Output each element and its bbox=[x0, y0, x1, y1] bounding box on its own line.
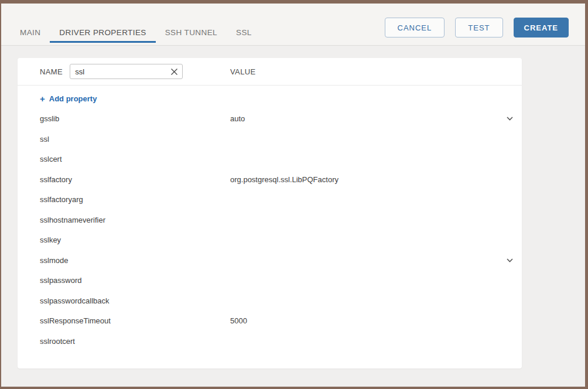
name-filter bbox=[70, 64, 183, 79]
property-value-cell[interactable]: 5000 bbox=[230, 316, 515, 325]
add-property-label: Add property bbox=[49, 94, 97, 103]
property-row: sslhostnameverifier bbox=[18, 210, 522, 230]
cancel-button[interactable]: CANCEL bbox=[385, 18, 445, 37]
properties-list: + Add property gsslib auto ssl sslcert bbox=[18, 86, 522, 352]
driver-properties-card: NAME VALUE + Add property bbox=[18, 58, 522, 368]
property-row: sslcert bbox=[18, 149, 522, 170]
property-row: gsslib auto bbox=[18, 109, 522, 129]
property-name-cell[interactable]: ssl bbox=[40, 135, 230, 144]
plus-icon: + bbox=[40, 94, 45, 104]
test-button[interactable]: TEST bbox=[455, 18, 502, 37]
property-row: sslResponseTimeout 5000 bbox=[18, 311, 522, 332]
property-row: sslfactoryarg bbox=[18, 190, 522, 210]
value-column-header: VALUE bbox=[230, 67, 256, 76]
tab-driver-properties[interactable]: DRIVER PROPERTIES bbox=[50, 22, 155, 43]
property-row: sslkey bbox=[18, 230, 522, 251]
property-name-cell[interactable]: sslpasswordcallback bbox=[40, 296, 230, 305]
property-row: sslfactory org.postgresql.ssl.LibPQFacto… bbox=[18, 169, 522, 190]
tab-main[interactable]: MAIN bbox=[11, 22, 50, 43]
property-name-cell[interactable]: sslrootcert bbox=[40, 337, 230, 346]
property-name-cell[interactable]: sslkey bbox=[40, 236, 230, 244]
name-column-header: NAME bbox=[40, 67, 63, 76]
chevron-down-icon[interactable] bbox=[504, 255, 515, 265]
property-row: sslpassword bbox=[18, 271, 522, 291]
property-row: ssl bbox=[18, 129, 522, 149]
property-name-cell[interactable]: gsslib bbox=[40, 114, 230, 123]
dialog-actions: CANCEL TEST CREATE bbox=[385, 18, 569, 37]
property-value-cell[interactable]: auto bbox=[230, 114, 504, 123]
property-name-cell[interactable]: sslhostnameverifier bbox=[40, 216, 230, 224]
clear-filter-icon[interactable] bbox=[169, 67, 179, 76]
property-value-cell[interactable]: org.postgresql.ssl.LibPQFactory bbox=[230, 175, 515, 184]
property-name-cell[interactable]: sslpassword bbox=[40, 276, 230, 285]
tab-ssh-tunnel[interactable]: SSH TUNNEL bbox=[156, 22, 227, 43]
tab-bar: MAIN DRIVER PROPERTIES SSH TUNNEL SSL bbox=[11, 22, 261, 43]
property-row: sslmode bbox=[18, 250, 522, 271]
dialog-topbar: MAIN DRIVER PROPERTIES SSH TUNNEL SSL CA… bbox=[1, 4, 585, 46]
properties-table-header: NAME VALUE bbox=[18, 58, 522, 86]
property-row: sslrootcert bbox=[18, 331, 522, 352]
tab-content: NAME VALUE + Add property bbox=[1, 46, 585, 368]
name-filter-input[interactable] bbox=[70, 64, 183, 79]
chevron-down-icon[interactable] bbox=[504, 114, 515, 124]
add-property-link[interactable]: + Add property bbox=[18, 88, 522, 109]
property-name-cell[interactable]: sslfactoryarg bbox=[40, 195, 230, 204]
property-name-cell[interactable]: sslcert bbox=[40, 155, 230, 163]
connection-dialog: MAIN DRIVER PROPERTIES SSH TUNNEL SSL CA… bbox=[0, 0, 588, 389]
property-name-cell[interactable]: sslResponseTimeout bbox=[40, 316, 230, 325]
property-name-cell[interactable]: sslmode bbox=[40, 256, 230, 265]
property-name-cell[interactable]: sslfactory bbox=[40, 175, 230, 184]
property-row: sslpasswordcallback bbox=[18, 291, 522, 311]
create-button[interactable]: CREATE bbox=[514, 18, 569, 37]
tab-ssl[interactable]: SSL bbox=[227, 22, 261, 43]
